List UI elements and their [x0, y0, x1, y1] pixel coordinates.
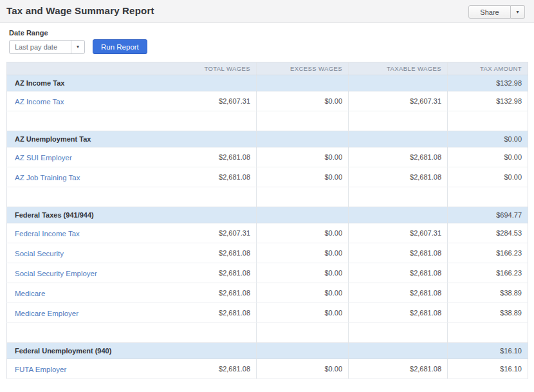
spacer-cell — [163, 111, 257, 131]
page-title: Tax and Wage Summary Report — [6, 5, 154, 16]
tax-amount-value: $132.98 — [448, 91, 528, 111]
taxable-wages-value: $2,681.08 — [349, 243, 448, 263]
table-row: Social Security$2,681.08$0.00$2,681.08$1… — [7, 243, 528, 263]
taxable-wages-value: $2,607.31 — [349, 223, 448, 243]
tax-name-cell: Medicare Employer — [7, 303, 163, 323]
tax-amount-value: $166.23 — [448, 243, 528, 263]
group-empty-cell — [163, 75, 257, 91]
excess-wages-value: $0.00 — [257, 147, 349, 167]
taxable-wages-value: $2,607.31 — [349, 91, 448, 111]
column-header: EXCESS WAGES — [257, 62, 349, 75]
group-tax-amount: $132.98 — [448, 75, 528, 91]
spacer-cell — [7, 323, 163, 343]
report-controls: Date Range Last pay date ▾ Run Report — [9, 29, 534, 54]
share-button-group: Share ▾ — [468, 5, 525, 19]
group-tax-amount: $0.00 — [448, 131, 528, 147]
spacer-cell — [257, 323, 349, 343]
group-empty-cell — [257, 75, 349, 91]
spacer-cell — [448, 187, 528, 207]
tax-amount-value: $284.53 — [448, 223, 528, 243]
column-header: TAXABLE WAGES — [349, 62, 448, 75]
group-empty-cell — [163, 131, 257, 147]
run-report-label: Run Report — [101, 43, 139, 51]
chevron-down-icon: ▾ — [516, 10, 519, 15]
group-empty-cell — [163, 207, 257, 223]
table-row: Social Security Employer$2,681.08$0.00$2… — [7, 263, 528, 283]
tax-amount-value: $38.89 — [448, 283, 528, 303]
group-empty-cell — [349, 343, 448, 359]
tax-name-link[interactable]: Federal Income Tax — [15, 230, 80, 238]
tax-name-cell: AZ SUI Employer — [7, 147, 163, 167]
spacer-cell — [7, 187, 163, 207]
group-label: Federal Taxes (941/944) — [7, 207, 163, 223]
tax-name-link[interactable]: AZ SUI Employer — [15, 154, 72, 162]
tax-name-link[interactable]: Medicare Employer — [15, 310, 78, 317]
spacer-row — [7, 111, 528, 131]
spacer-cell — [448, 111, 528, 131]
tax-name-cell: AZ Job Training Tax — [7, 167, 163, 187]
total-wages-value: $2,681.08 — [163, 303, 257, 323]
date-range-select-arrow[interactable]: ▾ — [71, 41, 84, 53]
tax-wage-summary-table: TOTAL WAGESEXCESS WAGESTAXABLE WAGESTAX … — [6, 62, 528, 379]
tax-name-cell: Social Security Employer — [7, 263, 163, 283]
excess-wages-value: $0.00 — [257, 263, 349, 283]
group-row: AZ Unemployment Tax$0.00 — [7, 131, 528, 147]
table-row: Medicare$2,681.08$0.00$2,681.08$38.89 — [7, 283, 528, 303]
group-empty-cell — [349, 131, 448, 147]
spacer-cell — [349, 187, 448, 207]
total-wages-value: $2,681.08 — [163, 147, 257, 167]
tax-name-link[interactable]: FUTA Employer — [15, 366, 66, 373]
tax-amount-value: $0.00 — [448, 147, 528, 167]
tax-amount-value: $38.89 — [448, 303, 528, 323]
spacer-cell — [163, 323, 257, 343]
run-report-button[interactable]: Run Report — [93, 39, 147, 54]
excess-wages-value: $0.00 — [257, 223, 349, 243]
spacer-row — [7, 323, 528, 343]
tax-name-cell: AZ Income Tax — [7, 91, 163, 111]
table-row: AZ SUI Employer$2,681.08$0.00$2,681.08$0… — [7, 147, 528, 167]
chevron-down-icon: ▾ — [77, 44, 79, 50]
excess-wages-value: $0.00 — [257, 167, 349, 187]
tax-name-cell: FUTA Employer — [7, 359, 163, 379]
tax-name-cell: Federal Income Tax — [7, 223, 163, 243]
page-header: Tax and Wage Summary Report Share ▾ — [0, 0, 534, 23]
table-row: Medicare Employer$2,681.08$0.00$2,681.08… — [7, 303, 528, 323]
column-header: TAX AMOUNT — [448, 62, 528, 75]
tax-name-link[interactable]: AZ Job Training Tax — [15, 174, 80, 182]
taxable-wages-value: $2,681.08 — [349, 263, 448, 283]
group-row: Federal Taxes (941/944)$694.77 — [7, 207, 528, 223]
total-wages-value: $2,681.08 — [163, 359, 257, 379]
date-range-selected-value: Last pay date — [10, 41, 71, 53]
share-button[interactable]: Share — [468, 5, 511, 19]
date-range-label: Date Range — [9, 29, 534, 37]
group-empty-cell — [349, 75, 448, 91]
spacer-cell — [163, 187, 257, 207]
table-row: AZ Job Training Tax$2,681.08$0.00$2,681.… — [7, 167, 528, 187]
total-wages-value: $2,607.31 — [163, 91, 257, 111]
table-row: AZ Income Tax$2,607.31$0.00$2,607.31$132… — [7, 91, 528, 111]
tax-name-cell: Social Security — [7, 243, 163, 263]
tax-amount-value: $0.00 — [448, 167, 528, 187]
tax-name-link[interactable]: AZ Income Tax — [15, 98, 64, 106]
group-tax-amount: $16.10 — [448, 343, 528, 359]
excess-wages-value: $0.00 — [257, 303, 349, 323]
taxable-wages-value: $2,681.08 — [349, 303, 448, 323]
spacer-cell — [7, 111, 163, 131]
tax-name-link[interactable]: Medicare — [15, 290, 45, 297]
total-wages-value: $2,681.08 — [163, 167, 257, 187]
group-empty-cell — [349, 207, 448, 223]
share-dropdown-button[interactable]: ▾ — [511, 5, 525, 19]
taxable-wages-value: $2,681.08 — [349, 283, 448, 303]
total-wages-value: $2,681.08 — [163, 263, 257, 283]
column-header-taxname — [7, 62, 163, 75]
excess-wages-value: $0.00 — [257, 283, 349, 303]
group-label: Federal Unemployment (940) — [7, 343, 163, 359]
tax-name-link[interactable]: Social Security — [15, 250, 64, 257]
group-empty-cell — [163, 343, 257, 359]
total-wages-value: $2,681.08 — [163, 243, 257, 263]
group-row: AZ Income Tax$132.98 — [7, 75, 528, 91]
table-row: FUTA Employer$2,681.08$0.00$2,681.08$16.… — [7, 359, 528, 379]
total-wages-value: $2,681.08 — [163, 283, 257, 303]
date-range-select[interactable]: Last pay date ▾ — [9, 40, 85, 54]
tax-name-link[interactable]: Social Security Employer — [15, 270, 97, 277]
